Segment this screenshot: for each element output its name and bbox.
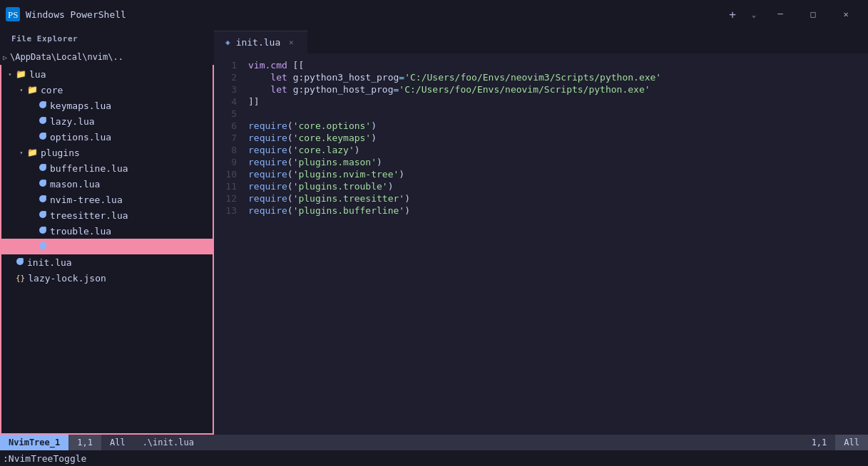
tree-item-core[interactable]: ▾📁core bbox=[1, 82, 213, 98]
tab-file-icon: ◈ bbox=[225, 38, 230, 47]
token-pn: ) bbox=[354, 145, 360, 155]
titlebar-title: Windows PowerShell bbox=[26, 9, 717, 20]
maximize-button[interactable]: □ bbox=[797, 0, 829, 29]
svg-point-19 bbox=[44, 242, 46, 245]
line-content: require('plugins.trouble') bbox=[248, 180, 868, 192]
token-str: 'plugins.treesitter' bbox=[293, 193, 405, 204]
tree-item-label: mason.lua bbox=[50, 179, 100, 190]
token-pn: ( bbox=[287, 181, 293, 192]
status-filename: .\init.lua bbox=[134, 435, 203, 450]
titlebar-tabs: + ⌄ bbox=[723, 4, 764, 24]
token-fn: require bbox=[248, 157, 287, 167]
new-tab-button[interactable]: + bbox=[723, 4, 742, 24]
sidebar-path: ▷ \AppData\Local\nvim\.. bbox=[0, 49, 214, 65]
token-pn: ( bbox=[287, 157, 293, 167]
token-fn: require bbox=[248, 205, 287, 216]
token-fn: require bbox=[248, 193, 287, 204]
line-number: 10 bbox=[214, 168, 248, 180]
app-icon: PS bbox=[6, 7, 20, 21]
file-icon bbox=[39, 116, 47, 127]
svg-point-5 bbox=[44, 117, 46, 120]
tree-item-treesitter[interactable]: treesitter.lua bbox=[1, 207, 213, 223]
line-content: require('core.keymaps') bbox=[248, 132, 868, 144]
svg-point-9 bbox=[44, 164, 46, 167]
token-pn: ) bbox=[371, 133, 377, 143]
token-pn: ) bbox=[377, 157, 382, 167]
tree-item-trouble[interactable]: trouble.lua bbox=[1, 223, 213, 239]
tab-close-button[interactable]: ✕ bbox=[286, 38, 296, 48]
line-content: require('plugins.treesitter') bbox=[248, 192, 868, 204]
token-pn: ( bbox=[287, 133, 293, 143]
token-fn: require bbox=[248, 133, 287, 143]
token-var: g:python3_host_prog bbox=[293, 72, 399, 83]
code-line: 12require('plugins.treesitter') bbox=[214, 192, 868, 204]
tree-item-nvim-tree[interactable]: nvim-tree.lua bbox=[1, 192, 213, 207]
token-pn: ) bbox=[371, 120, 377, 131]
sidebar: File Explorer ▷ \AppData\Local\nvim\.. ▾… bbox=[0, 29, 214, 435]
tree-item-label: lazy-lock.json bbox=[28, 273, 106, 284]
tab-dropdown-button[interactable]: ⌄ bbox=[744, 4, 764, 24]
token-pn bbox=[287, 72, 293, 83]
token-str: 'plugins.trouble' bbox=[293, 181, 388, 192]
file-icon bbox=[39, 226, 47, 237]
tree-item-bufferline[interactable]: bufferline.lua bbox=[1, 160, 213, 176]
token-str: 'plugins.nvim-tree' bbox=[293, 169, 399, 180]
tree-item-mason[interactable]: mason.lua bbox=[1, 176, 213, 192]
editor-tabs: ◈ init.lua ✕ bbox=[214, 29, 868, 53]
sidebar-path-text: \AppData\Local\nvim\.. bbox=[10, 52, 123, 62]
close-button[interactable]: ✕ bbox=[829, 0, 862, 29]
editor-tab-init-lua[interactable]: ◈ init.lua ✕ bbox=[214, 31, 307, 53]
token-fn: require bbox=[248, 145, 287, 155]
file-icon bbox=[16, 257, 24, 268]
status-right-scroll: All bbox=[835, 435, 868, 450]
tree-item-label: lua bbox=[29, 69, 46, 80]
token-str: 'plugins.mason' bbox=[293, 157, 377, 167]
editor-content[interactable]: 1vim.cmd [[2 let g:python3_host_prog='C:… bbox=[214, 53, 868, 435]
file-icon bbox=[39, 210, 47, 221]
file-icon: {} bbox=[16, 274, 25, 283]
tree-item-lazy-lock[interactable]: {}lazy-lock.json bbox=[1, 270, 213, 286]
commandbar: :NvimTreeToggle bbox=[0, 450, 868, 466]
tree-item-init[interactable]: init.lua bbox=[1, 254, 213, 270]
tree-item-redacted[interactable] bbox=[1, 239, 213, 254]
token-pn: ( bbox=[287, 193, 293, 204]
tree-item-options[interactable]: options.lua bbox=[1, 129, 213, 145]
tree-item-label: plugins bbox=[41, 147, 80, 158]
status-right: 1,1 All bbox=[803, 435, 868, 450]
code-line: 3 let g:python_host_prog='C:/Users/foo/E… bbox=[214, 83, 868, 95]
line-number: 12 bbox=[214, 192, 248, 204]
token-pn: ) bbox=[404, 193, 410, 204]
line-content: vim.cmd [[ bbox=[248, 59, 868, 71]
token-str: 'C:/Users/foo/Envs/neovim/Scripts/python… bbox=[399, 84, 650, 95]
code-line: 2 let g:python3_host_prog='C:/Users/foo/… bbox=[214, 71, 868, 83]
code-line: 7require('core.keymaps') bbox=[214, 132, 868, 144]
file-icon bbox=[39, 100, 47, 111]
token-str: 'core.keymaps' bbox=[293, 133, 372, 143]
command-text: :NvimTreeToggle bbox=[3, 453, 86, 464]
tree-item-lua[interactable]: ▾📁lua bbox=[1, 66, 213, 82]
token-str: 'plugins.bufferline' bbox=[293, 205, 405, 216]
tree-item-plugins[interactable]: ▾📁plugins bbox=[1, 145, 213, 160]
tree-item-label: keymaps.lua bbox=[50, 100, 111, 111]
token-pn: ]] bbox=[248, 96, 260, 107]
token-pn: ) bbox=[399, 169, 404, 180]
file-icon bbox=[39, 179, 47, 190]
tree-item-keymaps[interactable]: keymaps.lua bbox=[1, 98, 213, 113]
token-kw: let bbox=[270, 84, 287, 95]
file-icon bbox=[39, 195, 47, 205]
svg-point-15 bbox=[44, 211, 46, 214]
token-op: = bbox=[399, 72, 404, 83]
minimize-button[interactable]: ─ bbox=[764, 0, 797, 29]
line-content bbox=[248, 108, 868, 120]
token-pn: ( bbox=[287, 145, 293, 155]
tree-item-lazy[interactable]: lazy.lua bbox=[1, 113, 213, 129]
line-content: let g:python_host_prog='C:/Users/foo/Env… bbox=[248, 83, 868, 95]
token-kw: vim.cmd bbox=[248, 60, 287, 71]
token-pn: ( bbox=[287, 120, 293, 131]
code-line: 9require('plugins.mason') bbox=[214, 156, 868, 168]
code-line: 6require('core.options') bbox=[214, 120, 868, 132]
sidebar-header: File Explorer bbox=[0, 29, 214, 49]
line-number: 6 bbox=[214, 120, 248, 132]
file-tree[interactable]: ▾📁lua▾📁corekeymaps.lualazy.luaoptions.lu… bbox=[0, 65, 214, 435]
status-position: 1,1 bbox=[68, 435, 101, 450]
